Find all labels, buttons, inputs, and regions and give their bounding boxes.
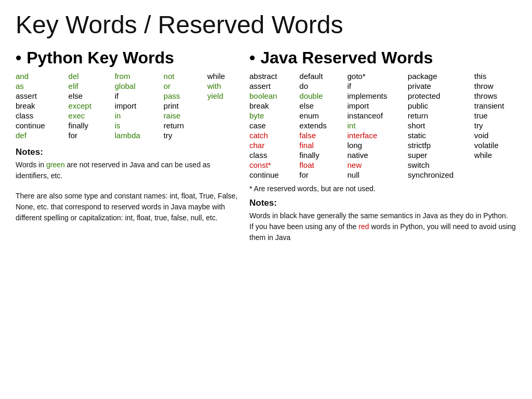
java-word-grid: abstractdefaultgoto*packagethisassertdoi… — [249, 72, 516, 179]
python-green-label: green — [46, 161, 65, 169]
python-word: raise — [164, 111, 198, 120]
python-word: continue — [16, 121, 59, 130]
python-word: class — [16, 111, 59, 120]
python-word: for — [69, 131, 105, 140]
python-notes-1: Words in green are not reserved in Java … — [16, 159, 239, 181]
python-word: except — [69, 101, 105, 110]
python-word: return — [164, 121, 198, 130]
java-word: try — [474, 121, 516, 130]
python-word: print — [164, 101, 198, 110]
java-word: do — [299, 82, 339, 90]
python-notes-2: There are also some type and constant na… — [16, 191, 239, 223]
java-section-title: Java Reserved Words — [249, 48, 516, 68]
python-word: finally — [69, 121, 105, 130]
java-word: finally — [299, 151, 339, 159]
python-word: yield — [207, 91, 239, 100]
python-word: is — [115, 121, 154, 130]
java-word: throws — [474, 91, 516, 100]
java-word: void — [474, 131, 516, 140]
java-word: instanceof — [347, 111, 399, 120]
python-word: def — [16, 131, 59, 140]
python-notes-title: Notes: — [16, 147, 239, 157]
python-word: elif — [69, 82, 105, 90]
java-word: enum — [299, 111, 339, 120]
java-word: break — [249, 101, 291, 110]
python-word: exec — [69, 111, 105, 120]
java-word: final — [299, 141, 339, 150]
python-word: assert — [16, 91, 59, 100]
java-word: if — [347, 82, 399, 90]
java-word: transient — [474, 101, 516, 110]
python-word: else — [69, 91, 105, 100]
java-word: switch — [408, 161, 466, 169]
java-word: super — [408, 151, 466, 159]
java-word: import — [347, 101, 399, 110]
java-word: synchronized — [408, 170, 466, 179]
java-word: private — [408, 82, 466, 90]
python-word — [207, 101, 239, 110]
python-word-grid: anddelfromnotwhileaselifglobalorwithasse… — [16, 72, 239, 140]
java-word: continue — [249, 170, 291, 179]
java-word: double — [299, 91, 339, 100]
java-word: false — [299, 131, 339, 140]
python-word: lambda — [115, 131, 154, 140]
java-word — [474, 170, 516, 179]
java-word: static — [408, 131, 466, 140]
java-word — [474, 161, 516, 169]
python-word: with — [207, 82, 239, 90]
java-word: for — [299, 170, 339, 179]
java-word: native — [347, 151, 399, 159]
java-word: interface — [347, 131, 399, 140]
java-word: throw — [474, 82, 516, 90]
java-red-label: red — [358, 222, 369, 231]
java-word: else — [299, 101, 339, 110]
java-word: new — [347, 161, 399, 169]
java-word: return — [408, 111, 466, 120]
java-word: long — [347, 141, 399, 150]
java-word: class — [249, 151, 291, 159]
python-word: try — [164, 131, 198, 140]
python-word: del — [69, 72, 105, 81]
java-word: while — [474, 151, 516, 159]
java-word: default — [299, 72, 339, 81]
java-notes-title: Notes: — [249, 198, 516, 208]
python-word — [207, 111, 239, 120]
python-word — [207, 131, 239, 140]
python-word: not — [164, 72, 198, 81]
java-word: short — [408, 121, 466, 130]
java-word: abstract — [249, 72, 291, 81]
java-word: implements — [347, 91, 399, 100]
java-word: const* — [249, 161, 291, 169]
python-word — [207, 121, 239, 130]
main-content: Python Key Words anddelfromnotwhileaseli… — [16, 48, 516, 243]
python-word: or — [164, 82, 198, 90]
java-word: char — [249, 141, 291, 150]
java-word: boolean — [249, 91, 291, 100]
python-word: pass — [164, 91, 198, 100]
java-panel: Java Reserved Words abstractdefaultgoto*… — [249, 48, 516, 243]
java-word: case — [249, 121, 291, 130]
python-section-title: Python Key Words — [16, 48, 239, 68]
python-word: in — [115, 111, 154, 120]
java-word: package — [408, 72, 466, 81]
java-word: extends — [299, 121, 339, 130]
java-notes: Notes: Words in black have generally the… — [249, 198, 516, 243]
python-word: while — [207, 72, 239, 81]
java-word: strictfp — [408, 141, 466, 150]
python-word: if — [115, 91, 154, 100]
java-word: protected — [408, 91, 466, 100]
java-word: assert — [249, 82, 291, 90]
java-word: public — [408, 101, 466, 110]
python-word: and — [16, 72, 59, 81]
java-word: byte — [249, 111, 291, 120]
java-notes-1: Words in black have generally the same s… — [249, 210, 516, 221]
java-word: null — [347, 170, 399, 179]
python-word: as — [16, 82, 59, 90]
java-word: true — [474, 111, 516, 120]
java-word: int — [347, 121, 399, 130]
java-word: volatile — [474, 141, 516, 150]
asterisk-note: * Are reserved words, but are not used. — [249, 184, 516, 193]
python-word: import — [115, 101, 154, 110]
java-word: this — [474, 72, 516, 81]
python-word: global — [115, 82, 154, 90]
